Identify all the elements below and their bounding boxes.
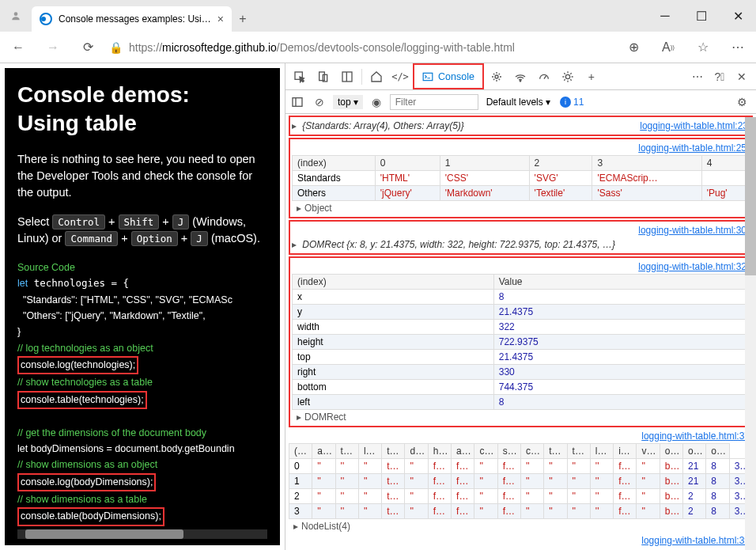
read-aloud-icon[interactable]: A)) bbox=[655, 34, 682, 61]
highlighted-table-call: console.table(technologies); bbox=[17, 391, 147, 409]
more-tabs-icon[interactable]: + bbox=[580, 66, 603, 88]
source-link[interactable]: logging-with-table.html:32 bbox=[638, 261, 747, 272]
highlighted-log-dims: console.log(bodyDimensions); bbox=[17, 473, 156, 491]
back-button[interactable]: ← bbox=[5, 34, 32, 61]
close-window-button[interactable]: ✕ bbox=[720, 3, 756, 28]
window-titlebar: Console messages examples: Usi… × + ─ ☐ … bbox=[0, 0, 756, 32]
dock-icon[interactable] bbox=[336, 66, 358, 88]
svg-point-8 bbox=[520, 80, 520, 81]
expand-caret-icon[interactable]: ▸ bbox=[297, 412, 301, 423]
svg-point-7 bbox=[495, 75, 498, 78]
devtools-close-icon[interactable]: ✕ bbox=[731, 66, 753, 88]
source-code: Source Code let technologies = { "Standa… bbox=[17, 260, 267, 526]
tab-close-icon[interactable]: × bbox=[217, 13, 224, 25]
shortcut-text: Select Control + Shift + J (Windows, Lin… bbox=[17, 214, 267, 247]
log-entry-table-2: logging-with-table.html:32 (index)Value … bbox=[289, 256, 753, 427]
chevron-down-icon: ▾ bbox=[353, 97, 358, 108]
horizontal-scrollbar[interactable] bbox=[17, 529, 267, 539]
console-output[interactable]: ▸ {Standards: Array(4), Others: Array(5)… bbox=[285, 114, 756, 550]
live-expression-icon[interactable]: ◉ bbox=[368, 91, 385, 113]
log-entry-object-1: ▸ {Standards: Array(4), Others: Array(5)… bbox=[289, 116, 753, 136]
expand-caret-icon[interactable]: ▸ bbox=[293, 521, 298, 532]
edge-favicon bbox=[40, 13, 52, 25]
expand-caret-icon[interactable]: ▸ bbox=[292, 239, 297, 250]
key-j2: J bbox=[191, 231, 208, 246]
device-icon[interactable] bbox=[312, 66, 335, 88]
favorites-icon[interactable]: ☆ bbox=[690, 34, 716, 61]
svg-line-9 bbox=[544, 75, 546, 78]
app-icon[interactable]: ⊕ bbox=[620, 34, 647, 61]
performance-icon[interactable] bbox=[533, 66, 555, 88]
tab-title: Console messages examples: Usi… bbox=[59, 13, 211, 25]
console-table: (…a…t…l…t…d…h…a…c…s…c…t…t…l…i…v…o…o…o… 0… bbox=[289, 443, 753, 519]
page-title: Console demos:Using table bbox=[17, 81, 267, 138]
devtools-panel: </> Console + ⋯ ?⃝ ✕ ⊘ top ▾ ◉ Default l… bbox=[285, 63, 756, 550]
expand-caret-icon[interactable]: ▸ bbox=[297, 203, 301, 214]
new-tab-button[interactable]: + bbox=[232, 8, 254, 30]
log-levels-selector[interactable]: Default levels ▾ bbox=[486, 97, 550, 108]
source-link[interactable]: logging-with-table.html:37 bbox=[641, 431, 750, 442]
source-link[interactable]: logging-with-table.html:23 bbox=[640, 120, 748, 131]
help-icon[interactable]: ?⃝ bbox=[709, 66, 731, 88]
elements-tab-icon[interactable]: </> bbox=[389, 66, 411, 88]
sources-icon[interactable] bbox=[486, 66, 508, 88]
welcome-tab-icon[interactable] bbox=[365, 66, 387, 88]
highlighted-table-dims: console.table(bodyDimensions); bbox=[17, 507, 164, 525]
more-icon[interactable]: ⋯ bbox=[724, 34, 751, 61]
log-entry-object-2: logging-with-table.html:30 ▸ DOMRect {x:… bbox=[289, 220, 753, 255]
key-command: Command bbox=[65, 231, 118, 246]
svg-rect-11 bbox=[293, 97, 302, 106]
console-settings-icon[interactable]: ⚙ bbox=[731, 91, 753, 113]
source-link[interactable]: logging-with-table.html:25 bbox=[638, 142, 747, 154]
memory-icon[interactable] bbox=[557, 66, 579, 88]
highlighted-log-call: console.log(technologies); bbox=[17, 356, 138, 374]
log-entry-table-1: logging-with-table.html:25 (index)01234 … bbox=[289, 138, 753, 218]
key-control: Control bbox=[52, 214, 105, 229]
sidebar-toggle-icon[interactable] bbox=[289, 91, 306, 113]
console-table: (index)Value x8y21.4375width322height722… bbox=[292, 274, 750, 410]
inspect-icon[interactable] bbox=[289, 66, 311, 88]
network-icon[interactable] bbox=[509, 66, 531, 88]
source-link[interactable]: logging-with-table.html:39 bbox=[641, 535, 750, 546]
filter-input[interactable] bbox=[390, 94, 478, 110]
url-field[interactable]: 🔒 https://microsoftedge.github.io/Demos/… bbox=[109, 41, 612, 54]
clear-console-icon[interactable]: ⊘ bbox=[311, 91, 328, 113]
svg-point-10 bbox=[565, 74, 569, 78]
forward-button: → bbox=[40, 34, 66, 61]
vertical-scrollbar[interactable] bbox=[745, 117, 756, 550]
issues-badge[interactable]: i11 bbox=[560, 97, 584, 108]
key-j: J bbox=[172, 214, 190, 229]
devtools-more-icon[interactable]: ⋯ bbox=[686, 66, 709, 88]
svg-point-0 bbox=[14, 12, 18, 16]
intro-text: There is nothing to see here, you need t… bbox=[17, 151, 267, 201]
minimize-button[interactable]: ─ bbox=[647, 3, 683, 28]
refresh-button[interactable]: ⟳ bbox=[74, 34, 101, 61]
lock-icon: 🔒 bbox=[109, 41, 123, 54]
console-tab[interactable]: Console bbox=[413, 63, 484, 89]
profile-icon[interactable] bbox=[0, 0, 32, 32]
source-link[interactable]: logging-with-table.html:30 bbox=[638, 225, 747, 236]
address-bar: ← → ⟳ 🔒 https://microsoftedge.github.io/… bbox=[0, 32, 756, 63]
maximize-button[interactable]: ☐ bbox=[683, 3, 720, 28]
window-controls: ─ ☐ ✕ bbox=[647, 3, 756, 28]
key-option: Option bbox=[131, 231, 178, 246]
context-selector[interactable]: top ▾ bbox=[333, 95, 363, 109]
devtools-toolbar: </> Console + ⋯ ?⃝ ✕ bbox=[285, 63, 756, 90]
page-viewport: Console demos:Using table There is nothi… bbox=[0, 63, 285, 550]
console-table: (index)01234 Standards'HTML''CSS''SVG''E… bbox=[292, 155, 750, 201]
key-shift: Shift bbox=[119, 214, 160, 229]
svg-rect-6 bbox=[423, 73, 433, 80]
browser-tab[interactable]: Console messages examples: Usi… × bbox=[32, 6, 232, 32]
demo-page: Console demos:Using table There is nothi… bbox=[5, 68, 280, 545]
expand-caret-icon[interactable]: ▸ bbox=[292, 120, 297, 131]
svg-rect-2 bbox=[319, 72, 325, 81]
console-filter-bar: ⊘ top ▾ ◉ Default levels ▾ i11 ⚙ bbox=[285, 90, 756, 114]
